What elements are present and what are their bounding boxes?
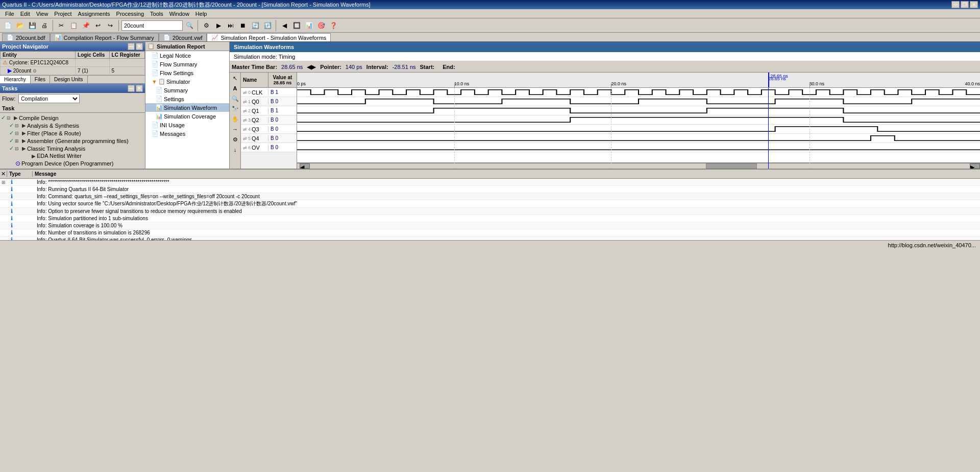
task-timing[interactable]: ✓ ⊟ ▶ Classic Timing Analysis <box>1 145 144 152</box>
sim-stop[interactable]: ⏹ <box>237 20 249 31</box>
redo-button[interactable]: ↪ <box>105 20 116 31</box>
scroll-left-btn[interactable]: ◀ <box>300 163 310 169</box>
compile-button[interactable]: ⚙ <box>201 20 212 31</box>
menu-window[interactable]: Window <box>166 10 192 18</box>
down-tool[interactable]: ↓ <box>231 145 240 154</box>
help-btn[interactable]: ❓ <box>328 20 339 31</box>
new-button[interactable]: 📄 <box>2 20 13 31</box>
tree-simulator[interactable]: ▼ 📋 Simulator <box>145 77 229 86</box>
task-analysis-label: Analysis & Synthesis <box>27 123 79 129</box>
task-compile-design[interactable]: ✓ ⊟ ▶ Compile Design <box>1 114 144 122</box>
sig-name-q2: ⇌ 3 Q2 <box>241 117 268 123</box>
msg-type-icon-5: ℹ <box>7 215 16 222</box>
project-navigator-controls: — ✕ <box>128 43 143 50</box>
scroll-track[interactable] <box>310 163 970 169</box>
msg-text-4: Info: Option to preserve fewer signal tr… <box>35 208 244 214</box>
edit-tool[interactable]: ⚙ <box>231 135 240 144</box>
tree-flow-summary[interactable]: 📄 Flow Summary <box>145 60 229 68</box>
sim-step[interactable]: ⏭ <box>225 20 236 31</box>
rtl-viewer[interactable]: ◀ <box>279 20 290 31</box>
cut-button[interactable]: ✂ <box>56 20 67 31</box>
menu-processing[interactable]: Processing <box>113 10 147 18</box>
msg-row-4: ℹ Info: Option to preserve fewer signal … <box>0 208 980 215</box>
menu-tools[interactable]: Tools <box>147 10 166 18</box>
minimize-button[interactable]: — <box>951 1 960 8</box>
print-button[interactable]: 🖨 <box>39 20 50 31</box>
tree-summary[interactable]: 📄 Summary <box>145 86 229 95</box>
tasks-minimize[interactable]: — <box>128 85 135 92</box>
tree-settings[interactable]: 📄 Settings <box>145 95 229 103</box>
tree-flow-settings[interactable]: 📄 Flow Settings <box>145 68 229 77</box>
menu-project[interactable]: Project <box>51 10 75 18</box>
expand-assembler[interactable]: ⊞ <box>15 138 21 144</box>
expand-fitter[interactable]: ⊟ <box>15 131 21 136</box>
task-program[interactable]: ⊙ Program Device (Open Programmer) <box>1 159 144 168</box>
tab-bdf[interactable]: 📄 20count.bdf <box>2 33 50 41</box>
task-assembler[interactable]: ✓ ⊞ ▶ Assembler (Generate programming fi… <box>1 137 144 145</box>
timing-closure[interactable]: 📊 <box>303 20 314 31</box>
cursor-time-label: 28.65 ns <box>770 74 788 79</box>
menu-assignments[interactable]: Assignments <box>75 10 113 18</box>
menu-view[interactable]: View <box>33 10 52 18</box>
flow-select[interactable]: Compilation <box>18 94 80 103</box>
menu-edit[interactable]: Edit <box>17 10 33 18</box>
task-analysis[interactable]: ✓ ⊟ ▶ Analysis & Synthesis <box>1 122 144 129</box>
tree-sim-waveform[interactable]: 📊 Simulation Waveform <box>145 103 229 112</box>
tree-legal-notice[interactable]: 📄 Legal Notice <box>145 51 229 60</box>
msg-row-0: ⊞ ℹ Info: ******************************… <box>0 179 980 186</box>
msg-expand-0[interactable]: ⊞ <box>0 180 7 185</box>
waveform-scrollbar-h[interactable]: ◀ ▶ <box>297 162 980 169</box>
task-eda[interactable]: ▶ EDA Netlist Writer <box>1 152 144 159</box>
save-button[interactable]: 💾 <box>27 20 38 31</box>
tree-ini-usage[interactable]: 📄 INI Usage <box>145 121 229 129</box>
tree-flow-settings-label: Flow Settings <box>160 70 193 76</box>
tree-sim-coverage[interactable]: 📊 Simulation Coverage <box>145 112 229 121</box>
msg-close-btn[interactable]: ✕ <box>0 171 7 177</box>
task-fitter[interactable]: ✓ ⊟ ▶ Fitter (Place & Route) <box>1 129 144 137</box>
arrow-tool[interactable]: → <box>231 125 240 134</box>
chip-editor[interactable]: 🎯 <box>315 20 327 31</box>
scroll-thumb[interactable] <box>706 163 757 169</box>
tab-vwf[interactable]: 📄 20count.vwf <box>159 33 207 41</box>
nav-tab-hierarchy[interactable]: Hierarchy <box>0 76 31 83</box>
scroll-right-btn[interactable]: ▶ <box>970 163 980 169</box>
zoom-in-tool[interactable]: 🔍 <box>231 94 240 103</box>
expand-timing[interactable]: ⊟ <box>15 146 21 151</box>
nav-tab-design-units[interactable]: Design Units <box>50 76 88 83</box>
sig-row-q4: ⇌ 5 Q4 B 0 <box>241 134 297 143</box>
cursor-marker: 28.65 ns <box>768 73 769 87</box>
menu-help[interactable]: Help <box>192 10 210 18</box>
search-button[interactable]: 🔍 <box>184 20 195 31</box>
hand-tool[interactable]: ✋ <box>231 114 240 124</box>
tasks-close[interactable]: ✕ <box>136 85 143 92</box>
paste-button[interactable]: 📌 <box>80 20 91 31</box>
grid-20 <box>611 88 611 169</box>
chip-planner[interactable]: 🔲 <box>291 20 302 31</box>
project-navigator-header: Project Navigator — ✕ <box>0 42 145 51</box>
nav-minimize[interactable]: — <box>128 43 135 50</box>
menu-file[interactable]: File <box>2 10 17 18</box>
close-button[interactable]: ✕ <box>970 1 978 8</box>
expand-analysis[interactable]: ⊟ <box>15 123 21 128</box>
tasks-title: Tasks <box>2 85 17 91</box>
search-input[interactable] <box>121 20 183 31</box>
tab-compilation[interactable]: 📊 Compilation Report - Flow Summary <box>50 33 159 41</box>
copy-button[interactable]: 📋 <box>68 20 79 31</box>
tb-btn-5[interactable]: 🔄 <box>250 20 261 31</box>
tree-messages[interactable]: 📄 Messages <box>145 129 229 138</box>
text-tool[interactable]: A <box>231 84 240 93</box>
sim-button[interactable]: ▶ <box>213 20 224 31</box>
wave-rows-container <box>297 88 980 169</box>
cursor-tool[interactable]: ↖ <box>231 74 240 83</box>
tab-sim-report[interactable]: 📈 Simulation Report - Simulation Wavefor… <box>207 33 331 41</box>
expand-compile[interactable]: ⊟ <box>7 115 13 121</box>
nav-close[interactable]: ✕ <box>136 43 143 50</box>
nav-tab-files[interactable]: Files <box>31 76 50 83</box>
waveform-canvas[interactable]: 28.65 ns 0 ps 10.0 ns 20.0 ns 28.65 ns 3… <box>297 73 980 169</box>
ov-id: 6 <box>248 145 251 150</box>
open-button[interactable]: 📂 <box>14 20 26 31</box>
zoom-out-tool[interactable]: 🔭 <box>231 104 240 113</box>
maximize-button[interactable]: ❐ <box>961 1 969 8</box>
tb-btn-6[interactable]: 🔃 <box>262 20 273 31</box>
undo-button[interactable]: ↩ <box>92 20 104 31</box>
